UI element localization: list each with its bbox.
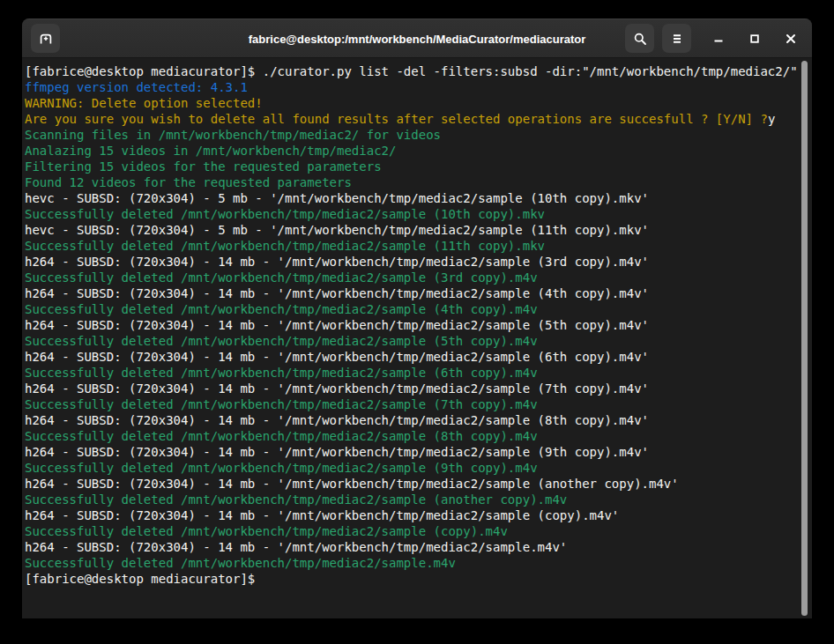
terminal-line: Successfully deleted /mnt/workbench/tmp/… — [25, 523, 794, 539]
terminal-text-segment: h264 - SUBSD: (720x304) - 14 mb - '/mnt/… — [25, 318, 649, 332]
terminal-text-segment: y — [768, 112, 775, 126]
close-button[interactable] — [780, 24, 801, 53]
terminal-text-segment: Successfully deleted /mnt/workbench/tmp/… — [25, 207, 545, 221]
terminal-text-segment: Successfully deleted /mnt/workbench/tmp/… — [25, 492, 567, 507]
terminal-line: [fabrice@desktop mediacurator]$ — [25, 571, 794, 587]
terminal-line: Filtering 15 videos for the requested pa… — [25, 159, 794, 174]
terminal-line: h264 - SUBSD: (720x304) - 14 mb - '/mnt/… — [25, 285, 794, 301]
terminal-window: fabrice@desktop:/mnt/workbench/MediaCura… — [22, 19, 812, 618]
terminal-line: Found 12 videos for the requested parame… — [25, 174, 794, 190]
terminal-line: Successfully deleted /mnt/workbench/tmp/… — [25, 206, 794, 222]
terminal-line: Successfully deleted /mnt/workbench/tmp/… — [25, 555, 794, 571]
terminal-line: Analazing 15 videos in /mnt/workbench/tm… — [25, 143, 794, 159]
terminal-text-segment: h264 - SUBSD: (720x304) - 14 mb - '/mnt/… — [25, 255, 649, 269]
titlebar: fabrice@desktop:/mnt/workbench/MediaCura… — [22, 19, 812, 58]
terminal-text-segment: h264 - SUBSD: (720x304) - 14 mb - '/mnt/… — [25, 508, 619, 522]
terminal-line: h264 - SUBSD: (720x304) - 14 mb - '/mnt/… — [25, 254, 794, 270]
terminal-line: h264 - SUBSD: (720x304) - 14 mb - '/mnt/… — [25, 349, 794, 365]
terminal-line: Are you sure you wish to delete all foun… — [25, 111, 794, 127]
terminal-text-segment: Successfully deleted /mnt/workbench/tmp/… — [25, 239, 545, 253]
terminal-line: Successfully deleted /mnt/workbench/tmp/… — [25, 492, 794, 507]
terminal-text-segment: h264 - SUBSD: (720x304) - 14 mb - '/mnt/… — [25, 445, 649, 459]
terminal-output[interactable]: [fabrice@desktop mediacurator]$ ./curato… — [22, 59, 812, 618]
terminal-text-segment: h264 - SUBSD: (720x304) - 14 mb - '/mnt/… — [25, 477, 679, 491]
terminal-text-segment: Successfully deleted /mnt/workbench/tmp/… — [25, 524, 508, 538]
terminal-text-segment: hevc - SUBSD: (720x304) - 5 mb - '/mnt/w… — [25, 191, 649, 205]
terminal-line: Successfully deleted /mnt/workbench/tmp/… — [25, 396, 794, 412]
terminal-text-segment: Successfully deleted /mnt/workbench/tmp/… — [25, 461, 538, 475]
terminal-text-segment: ffmpeg version detected: 4.3.1 — [25, 80, 248, 94]
terminal-text-segment: [fabrice@desktop mediacurator]$ ./curato… — [25, 64, 798, 78]
new-tab-icon — [39, 32, 53, 46]
terminal-text-segment: h264 - SUBSD: (720x304) - 14 mb - '/mnt/… — [25, 381, 649, 396]
terminal-line: h264 - SUBSD: (720x304) - 14 mb - '/mnt/… — [25, 507, 794, 523]
terminal-text-segment: Successfully deleted /mnt/workbench/tmp/… — [25, 302, 538, 316]
terminal-line: Successfully deleted /mnt/workbench/tmp/… — [25, 333, 794, 349]
maximize-icon — [748, 32, 762, 46]
terminal-text-segment: Found 12 videos for the requested parame… — [25, 175, 352, 189]
terminal-text-segment: Successfully deleted /mnt/workbench/tmp/… — [25, 366, 538, 380]
search-button[interactable] — [625, 24, 654, 53]
terminal-text-segment: Are you sure you wish to delete all foun… — [25, 112, 768, 126]
terminal-line: WARNING: Delete option selected! — [25, 95, 794, 111]
terminal-text-segment: Filtering 15 videos for the requested pa… — [25, 159, 382, 174]
terminal-text-segment: Scanning files in /mnt/workbench/tmp/med… — [25, 128, 441, 142]
titlebar-controls — [625, 24, 801, 53]
terminal-text-segment: Successfully deleted /mnt/workbench/tmp/… — [25, 397, 538, 411]
terminal-line: Successfully deleted /mnt/workbench/tmp/… — [25, 365, 794, 381]
terminal-line: h264 - SUBSD: (720x304) - 14 mb - '/mnt/… — [25, 444, 794, 460]
terminal-text-segment: h264 - SUBSD: (720x304) - 14 mb - '/mnt/… — [25, 540, 567, 554]
minimize-button[interactable] — [708, 24, 729, 53]
terminal-line: Successfully deleted /mnt/workbench/tmp/… — [25, 238, 794, 254]
hamburger-menu-icon — [671, 33, 683, 45]
terminal-text-segment: hevc - SUBSD: (720x304) - 5 mb - '/mnt/w… — [25, 223, 649, 237]
terminal-line: Successfully deleted /mnt/workbench/tmp/… — [25, 301, 794, 317]
terminal-text-segment: Successfully deleted /mnt/workbench/tmp/… — [25, 429, 538, 443]
maximize-button[interactable] — [744, 24, 765, 53]
terminal-text-segment: WARNING: Delete option selected! — [25, 96, 263, 110]
terminal-line: hevc - SUBSD: (720x304) - 5 mb - '/mnt/w… — [25, 190, 794, 206]
terminal-line: Scanning files in /mnt/workbench/tmp/med… — [25, 127, 794, 143]
terminal-line: Successfully deleted /mnt/workbench/tmp/… — [25, 428, 794, 444]
terminal-text-segment: [fabrice@desktop mediacurator]$ — [25, 572, 255, 586]
terminal-text-segment: h264 - SUBSD: (720x304) - 14 mb - '/mnt/… — [25, 350, 649, 364]
terminal-line: Successfully deleted /mnt/workbench/tmp/… — [25, 270, 794, 285]
scrollbar-track — [801, 61, 808, 616]
terminal-text-segment: h264 - SUBSD: (720x304) - 14 mb - '/mnt/… — [25, 413, 649, 427]
terminal-line: hevc - SUBSD: (720x304) - 5 mb - '/mnt/w… — [25, 222, 794, 238]
minimize-icon — [711, 32, 726, 46]
scrollbar-thumb[interactable] — [801, 61, 808, 616]
terminal-line: Successfully deleted /mnt/workbench/tmp/… — [25, 460, 794, 476]
terminal-line: h264 - SUBSD: (720x304) - 14 mb - '/mnt/… — [25, 412, 794, 428]
terminal-text-segment: Successfully deleted /mnt/workbench/tmp/… — [25, 556, 456, 570]
close-icon — [784, 32, 798, 46]
terminal-line: [fabrice@desktop mediacurator]$ ./curato… — [25, 63, 794, 79]
terminal-line: h264 - SUBSD: (720x304) - 14 mb - '/mnt/… — [25, 476, 794, 492]
terminal-text-segment: Successfully deleted /mnt/workbench/tmp/… — [25, 270, 538, 285]
terminal-line: h264 - SUBSD: (720x304) - 14 mb - '/mnt/… — [25, 317, 794, 333]
terminal-text-segment: Analazing 15 videos in /mnt/workbench/tm… — [25, 144, 396, 158]
new-tab-button[interactable] — [31, 24, 60, 53]
terminal-line: h264 - SUBSD: (720x304) - 14 mb - '/mnt/… — [25, 539, 794, 555]
terminal-text-segment: Successfully deleted /mnt/workbench/tmp/… — [25, 334, 538, 348]
terminal-text-segment: h264 - SUBSD: (720x304) - 14 mb - '/mnt/… — [25, 286, 649, 300]
terminal-line: ffmpeg version detected: 4.3.1 — [25, 79, 794, 95]
menu-button[interactable] — [662, 24, 691, 53]
search-icon — [633, 32, 647, 46]
terminal-line: h264 - SUBSD: (720x304) - 14 mb - '/mnt/… — [25, 381, 794, 396]
